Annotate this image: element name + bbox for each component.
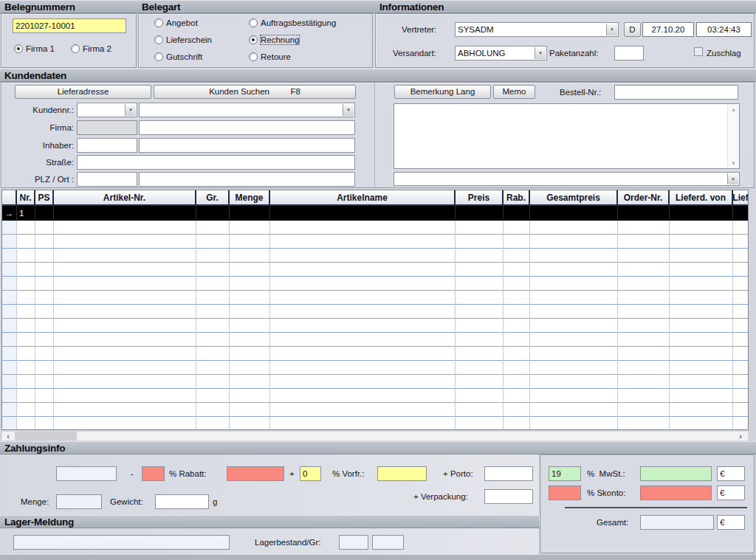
gutschrift-radio[interactable] (154, 52, 163, 61)
cell[interactable] (2, 305, 17, 319)
skonto-euro-field[interactable]: € (717, 485, 745, 500)
cell[interactable] (196, 263, 230, 277)
cell[interactable] (54, 221, 196, 235)
cell[interactable] (456, 347, 504, 361)
cell[interactable] (17, 417, 35, 430)
cell[interactable] (230, 403, 270, 417)
cell[interactable] (504, 235, 530, 249)
cell[interactable] (230, 263, 270, 277)
cell[interactable] (2, 333, 17, 347)
rabatt-prozent-field[interactable] (142, 466, 165, 481)
cell[interactable] (2, 361, 17, 375)
cell[interactable] (230, 291, 270, 305)
cell[interactable] (230, 305, 270, 319)
cell[interactable] (456, 235, 504, 249)
cell[interactable] (670, 417, 733, 430)
cell[interactable] (196, 347, 230, 361)
cell[interactable] (618, 333, 670, 347)
cell[interactable] (270, 375, 456, 389)
cell[interactable] (35, 277, 54, 291)
items-grid[interactable]: Nr.PSArtikel-Nr.Gr.MengeArtikelnamePreis… (1, 190, 749, 430)
cell[interactable] (670, 389, 733, 403)
cell[interactable] (618, 235, 670, 249)
cell[interactable] (35, 249, 54, 263)
cell[interactable] (17, 305, 35, 319)
cell[interactable] (270, 319, 456, 333)
cell[interactable] (733, 361, 749, 375)
cell[interactable] (504, 375, 530, 389)
inhaber-input[interactable] (139, 138, 355, 153)
cell[interactable] (504, 333, 530, 347)
cell[interactable] (35, 361, 54, 375)
table-row[interactable] (2, 417, 748, 430)
table-row[interactable] (2, 305, 748, 319)
cell[interactable] (17, 221, 35, 235)
cell[interactable] (456, 305, 504, 319)
cell[interactable] (270, 206, 456, 221)
cell[interactable] (504, 277, 530, 291)
cell[interactable] (670, 277, 733, 291)
cell[interactable] (733, 403, 749, 417)
cell[interactable] (230, 206, 270, 221)
cell[interactable] (230, 361, 270, 375)
grid-horizontal-scrollbar[interactable]: ‹ › (1, 431, 749, 441)
mwst-euro-field[interactable]: € (717, 466, 745, 481)
column-header-artikel-nr-[interactable]: Artikel-Nr. (54, 190, 196, 206)
cell[interactable] (530, 333, 618, 347)
cell[interactable] (196, 206, 230, 221)
cell[interactable] (530, 417, 618, 430)
table-row[interactable] (2, 277, 748, 291)
skonto-satz-field[interactable] (549, 485, 581, 500)
strasse-input[interactable] (77, 155, 355, 170)
cell[interactable] (54, 291, 196, 305)
cell[interactable] (54, 305, 196, 319)
cell[interactable] (35, 291, 54, 305)
bemerkung-lang-button[interactable]: Bemerkung Lang (394, 85, 491, 99)
cell[interactable] (530, 235, 618, 249)
column-header-gr-[interactable]: Gr. (196, 190, 230, 206)
cell[interactable] (230, 333, 270, 347)
cell[interactable] (17, 333, 35, 347)
cell[interactable] (733, 277, 749, 291)
cell[interactable] (17, 291, 35, 305)
cell[interactable] (2, 235, 17, 249)
scroll-right-icon[interactable]: › (735, 432, 746, 440)
table-row-selected[interactable]: →1 (2, 206, 748, 221)
cell[interactable] (530, 291, 618, 305)
cell[interactable] (230, 347, 270, 361)
cell[interactable] (2, 277, 17, 291)
column-header-preis[interactable]: Preis (456, 190, 504, 206)
porto-input[interactable] (484, 466, 533, 481)
lagerbestand-field[interactable] (339, 535, 368, 550)
verpackung-input[interactable] (484, 489, 533, 504)
cell[interactable] (504, 403, 530, 417)
cell[interactable] (35, 389, 54, 403)
cell[interactable] (2, 249, 17, 263)
cell[interactable] (230, 277, 270, 291)
cell[interactable] (270, 361, 456, 375)
column-header-gesamtpreis[interactable]: Gesamtpreis (530, 190, 618, 206)
lieferschein-radio[interactable] (154, 35, 163, 44)
cell[interactable] (530, 389, 618, 403)
cell[interactable] (35, 221, 54, 235)
cell[interactable] (196, 305, 230, 319)
kunden-suchen-button[interactable]: Kunden Suchen F8 (154, 85, 356, 99)
beleg-nr-input[interactable]: 2201027-10001 (13, 18, 126, 33)
time-field[interactable]: 03:24:43 (696, 22, 752, 37)
cell[interactable] (54, 361, 196, 375)
cell[interactable] (504, 249, 530, 263)
cell[interactable] (270, 333, 456, 347)
column-header-rab-[interactable]: Rab. (504, 190, 530, 206)
cell[interactable] (196, 361, 230, 375)
cell[interactable] (2, 291, 17, 305)
ort-input[interactable] (139, 172, 355, 187)
cell[interactable] (270, 417, 456, 430)
cell[interactable] (618, 249, 670, 263)
cell[interactable] (530, 206, 618, 221)
cell[interactable] (17, 249, 35, 263)
cell[interactable] (54, 249, 196, 263)
table-row[interactable] (2, 319, 748, 333)
angebot-radio[interactable] (154, 18, 163, 27)
cell[interactable] (618, 263, 670, 277)
dropdown-arrow-icon[interactable]: ▾ (606, 24, 617, 35)
